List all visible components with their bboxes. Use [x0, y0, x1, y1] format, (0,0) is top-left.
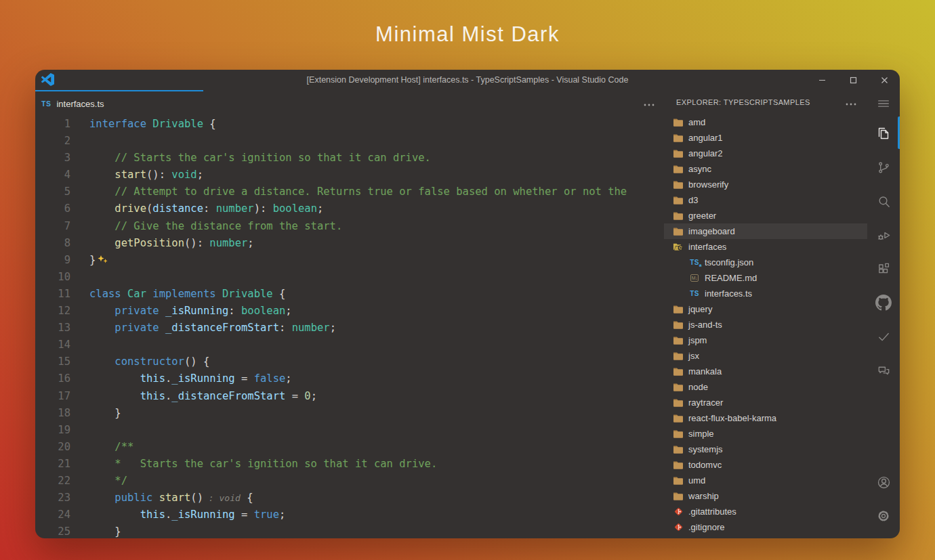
explorer-item-imageboard[interactable]: imageboard — [664, 223, 867, 239]
code-text — [70, 269, 89, 286]
vscode-logo-icon — [41, 73, 54, 86]
minimize-button[interactable] — [806, 70, 837, 90]
explorer-item-amd[interactable]: amd — [664, 114, 867, 130]
code-line[interactable]: 3 // Starts the car's ignition so that i… — [35, 150, 664, 167]
code-line[interactable]: 10 — [35, 269, 664, 286]
code-line[interactable]: 23 public start() : void { — [35, 490, 664, 507]
explorer-item-angular2[interactable]: angular2 — [664, 146, 867, 161]
explorer-item-label: browserify — [688, 179, 728, 190]
folder-icon — [673, 320, 684, 330]
tab-interfaces-ts[interactable]: TS interfaces.ts — [35, 90, 203, 116]
code-line[interactable]: 16 this._isRunning = false; — [35, 370, 664, 387]
line-number: 4 — [35, 167, 70, 184]
explorer-item-systemjs[interactable]: systemjs — [664, 441, 867, 457]
code-line[interactable]: 7 // Give the distance from the start. — [35, 218, 664, 235]
line-number: 1 — [35, 116, 70, 133]
explorer-item-umd[interactable]: umd — [664, 473, 867, 488]
code-line[interactable]: 1interface Drivable { — [35, 116, 664, 133]
folder-icon — [673, 429, 684, 439]
editor-more-actions-button[interactable] — [643, 98, 655, 108]
code-text: } — [70, 252, 108, 269]
folder-icon — [673, 133, 684, 143]
folder-icon — [673, 164, 684, 175]
comments-icon — [876, 363, 892, 379]
explorer-header: EXPLORER: TYPESCRIPTSAMPLES — [664, 90, 867, 114]
explorer-item--gitattributes[interactable]: .gitattributes — [664, 504, 867, 519]
explorer-item-label: simple — [688, 429, 714, 439]
code-line[interactable]: 14 — [35, 337, 664, 353]
explorer-item-jsx[interactable]: jsx — [664, 348, 867, 364]
activity-check-button[interactable] — [867, 320, 900, 353]
code-text: interface Drivable { — [70, 116, 216, 133]
code-line[interactable]: 5 // Attempt to drive a distance. Return… — [35, 184, 664, 200]
file-ts-config-icon: TS* — [689, 257, 700, 268]
line-number: 22 — [35, 473, 70, 490]
code-line[interactable]: 9} — [35, 252, 664, 269]
code-line[interactable]: 17 this._distanceFromStart = 0; — [35, 388, 664, 405]
explorer-item-jspm[interactable]: jspm — [664, 332, 867, 348]
code-text — [70, 133, 89, 150]
code-line[interactable]: 22 */ — [35, 473, 664, 490]
explorer-item-simple[interactable]: simple — [664, 426, 867, 441]
explorer-item-label: .gitignore — [688, 522, 724, 532]
window-titlebar[interactable]: [Extension Development Host] interfaces.… — [35, 70, 900, 90]
activity-settings-button[interactable] — [867, 499, 900, 533]
code-line[interactable]: 20 /** — [35, 439, 664, 456]
code-line[interactable]: 13 private _distanceFromStart: number; — [35, 320, 664, 337]
activity-search-button[interactable] — [867, 184, 900, 218]
explorer-item-label: js-and-ts — [688, 320, 722, 330]
activity-source-control-button[interactable] — [867, 150, 900, 184]
activity-run-debug-button[interactable] — [867, 218, 900, 252]
code-text: } — [70, 405, 121, 422]
maximize-button[interactable] — [837, 70, 869, 90]
code-line[interactable]: 6 drive(distance: number): boolean; — [35, 200, 664, 217]
folder-icon — [673, 117, 684, 128]
explorer-item-js-and-ts[interactable]: js-and-ts — [664, 317, 867, 332]
explorer-item-interfaces-ts[interactable]: TSinterfaces.ts — [664, 286, 867, 301]
activity-github-button[interactable] — [867, 286, 900, 320]
explorer-item-todomvc[interactable]: todomvc — [664, 457, 867, 473]
code-line[interactable]: 19 — [35, 422, 664, 439]
code-line[interactable]: 15 constructor() { — [35, 353, 664, 370]
code-line[interactable]: 24 this._isRunning = true; — [35, 507, 664, 523]
code-line[interactable]: 12 private _isRunning: boolean; — [35, 303, 664, 320]
folder-icon — [673, 118, 684, 127]
explorer-item-raytracer[interactable]: raytracer — [664, 395, 867, 410]
explorer-item-mankala[interactable]: mankala — [664, 364, 867, 379]
explorer-item-warship[interactable]: warship — [664, 488, 867, 504]
sparkle-icon — [97, 253, 108, 270]
explorer-item-node[interactable]: node — [664, 379, 867, 395]
activity-account-button[interactable] — [867, 465, 900, 499]
code-line[interactable]: 25 } — [35, 523, 664, 538]
close-button[interactable] — [869, 70, 900, 90]
explorer-item-async[interactable]: async — [664, 161, 867, 177]
activity-comments-button[interactable] — [867, 353, 900, 387]
explorer-item--gitignore[interactable]: .gitignore — [664, 519, 867, 535]
code-text: * Starts the car's ignition so that it c… — [70, 456, 437, 473]
code-line[interactable]: 18 } — [35, 405, 664, 422]
activity-extensions-button[interactable] — [867, 252, 900, 286]
explorer-item-jquery[interactable]: jquery — [664, 301, 867, 317]
explorer-item-angular1[interactable]: angular1 — [664, 130, 867, 146]
explorer-item-greeter[interactable]: greeter — [664, 208, 867, 223]
explorer-item-d3[interactable]: d3 — [664, 192, 867, 208]
folder-icon — [673, 133, 684, 144]
folder-icon — [673, 227, 684, 236]
explorer-item-readme-md[interactable]: M↓README.md — [664, 270, 867, 286]
code-line[interactable]: 2 — [35, 133, 664, 150]
code-text: */ — [70, 473, 127, 490]
activity-explorer-button[interactable] — [867, 116, 900, 150]
code-line[interactable]: 11class Car implements Drivable { — [35, 286, 664, 303]
code-editor[interactable]: 1interface Drivable {23 // Starts the ca… — [35, 116, 664, 538]
code-line[interactable]: 8 getPosition(): number; — [35, 235, 664, 252]
explorer-more-actions-button[interactable] — [845, 97, 857, 108]
code-line[interactable]: 4 start(): void; — [35, 167, 664, 184]
folder-icon — [673, 304, 684, 315]
code-text: } — [70, 523, 121, 538]
code-line[interactable]: 21 * Starts the car's ignition so that i… — [35, 456, 664, 473]
explorer-item-react-flux-babel-karma[interactable]: react-flux-babel-karma — [664, 410, 867, 426]
explorer-item-browserify[interactable]: browserify — [664, 177, 867, 192]
explorer-item-interfaces[interactable]: interfaces — [664, 239, 867, 255]
explorer-item-tsconfig-json[interactable]: TS*tsconfig.json — [664, 255, 867, 270]
activity-menu-button[interactable] — [867, 91, 900, 116]
